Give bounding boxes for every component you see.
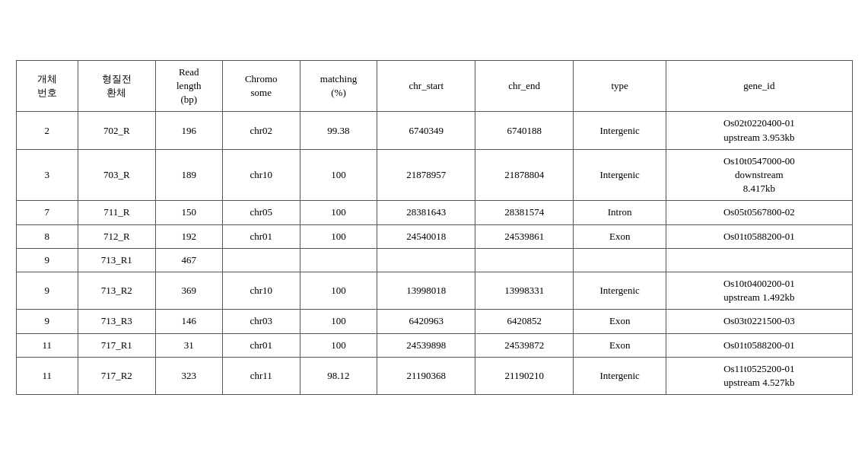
- cell-chromosome: chr01: [222, 224, 300, 248]
- cell-chr_end: 24539872: [475, 333, 574, 357]
- cell-read_length: 189: [155, 149, 222, 201]
- cell-matching: 100: [300, 224, 377, 248]
- header-strain: 형질전환체: [78, 60, 155, 112]
- table-row: 11717_R2323chr1198.122119036821190210Int…: [16, 357, 852, 394]
- cell-strain: 713_R1: [78, 248, 155, 272]
- header-row: 개체번호 형질전환체 Readlength(bp) Chromosome mat…: [16, 60, 852, 112]
- table-row: 9713_R3146chr0310064209636420852ExonOs03…: [16, 310, 852, 333]
- cell-strain: 711_R: [78, 201, 155, 224]
- cell-gene_id: Os10t0400200-01upstream 1.492kb: [666, 272, 852, 309]
- cell-chr_end: [475, 248, 574, 272]
- table-row: 9713_R1467: [16, 248, 852, 272]
- cell-chromosome: chr02: [222, 112, 300, 149]
- cell-strain: 702_R: [78, 112, 155, 149]
- cell-id: 2: [16, 112, 78, 149]
- cell-read_length: 150: [155, 201, 222, 224]
- cell-type: Intergenic: [574, 272, 666, 309]
- cell-gene_id: Os10t0547000-00downstream8.417kb: [666, 149, 852, 201]
- table-row: 11717_R131chr011002453989824539872ExonOs…: [16, 333, 852, 357]
- cell-matching: 100: [300, 333, 377, 357]
- cell-read_length: 467: [155, 248, 222, 272]
- cell-type: Intergenic: [574, 357, 666, 394]
- cell-chromosome: chr11: [222, 357, 300, 394]
- cell-id: 11: [16, 357, 78, 394]
- cell-id: 3: [16, 149, 78, 201]
- header-type: type: [574, 60, 666, 112]
- header-matching: matching(%): [300, 60, 377, 112]
- header-gene-id: gene_id: [666, 60, 852, 112]
- cell-read_length: 192: [155, 224, 222, 248]
- cell-strain: 712_R: [78, 224, 155, 248]
- cell-matching: 98.12: [300, 357, 377, 394]
- header-read-length: Readlength(bp): [155, 60, 222, 112]
- cell-chromosome: chr10: [222, 272, 300, 309]
- cell-chr_start: 6740349: [377, 112, 475, 149]
- table-row: 9713_R2369chr101001399801813998331Interg…: [16, 272, 852, 309]
- cell-chromosome: chr10: [222, 149, 300, 201]
- cell-strain: 713_R3: [78, 310, 155, 333]
- cell-id: 7: [16, 201, 78, 224]
- cell-gene_id: Os01t0588200-01: [666, 333, 852, 357]
- cell-type: Intergenic: [574, 112, 666, 149]
- cell-gene_id: Os03t0221500-03: [666, 310, 852, 333]
- table-row: 3703_R189chr101002187895721878804Interge…: [16, 149, 852, 201]
- header-id: 개체번호: [16, 60, 78, 112]
- cell-gene_id: Os05t0567800-02: [666, 201, 852, 224]
- cell-chr_end: 28381574: [475, 201, 574, 224]
- cell-read_length: 31: [155, 333, 222, 357]
- cell-id: 8: [16, 224, 78, 248]
- table-row: 2702_R196chr0299.3867403496740188Interge…: [16, 112, 852, 149]
- cell-chromosome: chr03: [222, 310, 300, 333]
- cell-chr_end: 21190210: [475, 357, 574, 394]
- cell-chr_end: 13998331: [475, 272, 574, 309]
- cell-chr_start: [377, 248, 475, 272]
- cell-strain: 703_R: [78, 149, 155, 201]
- header-chromosome: Chromosome: [222, 60, 300, 112]
- cell-type: [574, 248, 666, 272]
- cell-type: Intron: [574, 201, 666, 224]
- cell-read_length: 196: [155, 112, 222, 149]
- cell-gene_id: [666, 248, 852, 272]
- cell-chr_end: 21878804: [475, 149, 574, 201]
- cell-type: Exon: [574, 333, 666, 357]
- cell-chromosome: chr05: [222, 201, 300, 224]
- cell-gene_id: Os11t0525200-01upstream 4.527kb: [666, 357, 852, 394]
- header-chr-end: chr_end: [475, 60, 574, 112]
- cell-matching: 99.38: [300, 112, 377, 149]
- cell-id: 11: [16, 333, 78, 357]
- cell-type: Exon: [574, 310, 666, 333]
- cell-matching: [300, 248, 377, 272]
- cell-type: Exon: [574, 224, 666, 248]
- cell-chr_start: 24539898: [377, 333, 475, 357]
- cell-chr_end: 6740188: [475, 112, 574, 149]
- table-row: 8712_R192chr011002454001824539861ExonOs0…: [16, 224, 852, 248]
- cell-id: 9: [16, 272, 78, 309]
- cell-chr_start: 21190368: [377, 357, 475, 394]
- cell-read_length: 146: [155, 310, 222, 333]
- cell-strain: 717_R1: [78, 333, 155, 357]
- cell-strain: 713_R2: [78, 272, 155, 309]
- header-chr-start: chr_start: [377, 60, 475, 112]
- cell-strain: 717_R2: [78, 357, 155, 394]
- cell-type: Intergenic: [574, 149, 666, 201]
- cell-chr_start: 28381643: [377, 201, 475, 224]
- cell-matching: 100: [300, 272, 377, 309]
- data-table: 개체번호 형질전환체 Readlength(bp) Chromosome mat…: [16, 60, 853, 395]
- cell-chromosome: [222, 248, 300, 272]
- table-wrapper: 개체번호 형질전환체 Readlength(bp) Chromosome mat…: [1, 45, 868, 410]
- cell-matching: 100: [300, 310, 377, 333]
- cell-chr_end: 6420852: [475, 310, 574, 333]
- cell-id: 9: [16, 310, 78, 333]
- cell-matching: 100: [300, 201, 377, 224]
- cell-chr_start: 6420963: [377, 310, 475, 333]
- cell-chr_start: 24540018: [377, 224, 475, 248]
- cell-chromosome: chr01: [222, 333, 300, 357]
- cell-id: 9: [16, 248, 78, 272]
- cell-chr_start: 13998018: [377, 272, 475, 309]
- cell-read_length: 323: [155, 357, 222, 394]
- cell-gene_id: Os02t0220400-01upstream 3.953kb: [666, 112, 852, 149]
- cell-chr_end: 24539861: [475, 224, 574, 248]
- cell-chr_start: 21878957: [377, 149, 475, 201]
- cell-gene_id: Os01t0588200-01: [666, 224, 852, 248]
- cell-matching: 100: [300, 149, 377, 201]
